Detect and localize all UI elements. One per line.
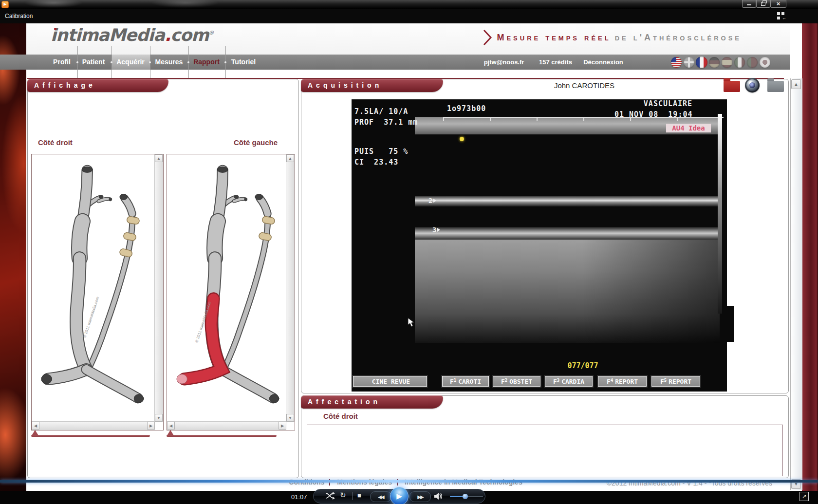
fast-forward-button[interactable]: ▶▶	[409, 491, 431, 502]
exam-id: 1o973b00	[447, 104, 486, 113]
ultrasound-image: 7.5LA/ 10/A PROF 37.1 mm 1o973b00 VASCUL…	[352, 99, 727, 392]
repeat-icon[interactable]: ↻	[340, 491, 346, 500]
patient-name: John CAROTIDES	[463, 81, 706, 90]
camera-lens-icon[interactable]	[745, 78, 760, 93]
marker-3: 3	[432, 226, 440, 234]
nav-item-patient[interactable]: Patient	[82, 55, 105, 70]
carotid-diagram-right-side[interactable]: © 2011 IntimaMedia.com ▲ ▼ ◀ ▶	[31, 154, 164, 430]
flag-pt-icon[interactable]	[747, 57, 758, 68]
depth-readout: PROF 37.1 mm	[354, 118, 418, 127]
application-window: ▶ × Calibration ← intimaMedia.com® Mesur…	[0, 0, 818, 504]
desktop-wallpaper	[0, 23, 26, 491]
f3-cardia-button[interactable]: F3CARDIA	[545, 376, 593, 387]
exam-datetime: 01 NOV 08 19:04	[614, 110, 693, 119]
fullscreen-icon[interactable]: ↗	[799, 492, 809, 501]
tagline: Mesure temps réel de l'Athérosclérose	[483, 29, 742, 46]
volume-thumb[interactable]	[463, 494, 468, 499]
affectation-side-label: Côté droit	[323, 412, 358, 420]
logo-tld: com	[170, 25, 208, 45]
close-button[interactable]: ×	[770, 0, 786, 8]
page-right-band	[802, 23, 818, 491]
affectation-panel-header: Affectation	[301, 395, 443, 409]
diagram-vertical-scrollbar[interactable]: ▲ ▼	[286, 154, 295, 422]
nav-item-profil[interactable]: Profil	[53, 55, 71, 70]
logo-name: intimaMedia	[51, 25, 165, 45]
nav-separator-dot	[76, 61, 78, 63]
flag-it-icon[interactable]	[734, 57, 745, 68]
flag-uk-icon[interactable]	[684, 57, 694, 68]
stop-button[interactable]: ■	[357, 492, 361, 499]
volume-slider[interactable]	[450, 496, 483, 497]
scroll-right-icon[interactable]: ▶	[279, 422, 286, 429]
switch-view-icon[interactable]: ←	[777, 12, 789, 20]
scroll-right-icon[interactable]: ▶	[147, 422, 155, 429]
video-seek-bar[interactable]	[0, 480, 818, 483]
carotid-artery-diagram	[34, 155, 149, 413]
cote-gauche-label: Côté gauche	[234, 138, 278, 147]
logout-link[interactable]: Déconnexion	[583, 55, 623, 70]
cote-droit-label: Côté droit	[38, 138, 73, 147]
scroll-down-icon[interactable]: ▼	[286, 414, 294, 422]
zoom-slider-left-side[interactable]	[167, 435, 277, 437]
nav-item-mesures[interactable]: Mesures	[155, 55, 183, 70]
affectation-notes-field[interactable]	[307, 425, 783, 476]
cine-revue-button[interactable]: CINE REVUE	[353, 376, 427, 387]
diagram-vertical-scrollbar[interactable]: ▲ ▼	[154, 154, 163, 422]
tagline-muted: de l'Athérosclérose	[615, 33, 742, 43]
scroll-left-icon[interactable]: ◀	[32, 422, 39, 429]
tagline-accent: Mesure temps réel	[497, 33, 611, 43]
diagram-horizontal-scrollbar[interactable]: ◀ ▶	[32, 421, 155, 430]
f5-report-button[interactable]: F5REPORT	[651, 376, 700, 387]
marker-triangle-icon	[437, 228, 440, 232]
scroll-left-icon[interactable]: ◀	[167, 422, 175, 429]
play-button[interactable]: ▶	[390, 487, 409, 504]
nav-separator-dot	[224, 61, 226, 63]
page-scroll-up-icon[interactable]: ▲	[791, 79, 801, 89]
gray-folder-icon[interactable]	[767, 81, 784, 92]
logo-dot: .	[165, 25, 170, 45]
nav-item-rapport[interactable]: Rapport	[193, 55, 220, 70]
menu-item-calibration[interactable]: Calibration	[5, 9, 33, 23]
restore-icon	[761, 2, 765, 6]
scroll-up-icon[interactable]: ▲	[155, 154, 163, 162]
nav-item-tutoriel[interactable]: Tutoriel	[231, 55, 256, 70]
echo-adventitia-line	[415, 227, 720, 240]
carotid-artery-diagram-highlighted	[169, 155, 284, 413]
flag-es-icon[interactable]	[722, 57, 732, 68]
grayscale-wedge	[718, 114, 722, 314]
flag-us-icon[interactable]	[671, 57, 682, 68]
rewind-button[interactable]: ◀◀	[370, 491, 391, 502]
f1-caroti-button[interactable]: F1CAROTI	[442, 376, 489, 387]
minimize-button[interactable]	[742, 0, 756, 8]
overlay-tag: AU4 Idea	[666, 124, 711, 132]
flag-jp-icon[interactable]	[760, 57, 770, 68]
close-icon: ×	[777, 0, 781, 7]
scroll-down-icon[interactable]: ▼	[155, 414, 163, 422]
page-scrollbar[interactable]	[790, 78, 802, 490]
flag-fr-icon[interactable]	[696, 56, 707, 68]
zoom-slider-handle[interactable]	[31, 430, 39, 436]
f2-obstet-button[interactable]: F2OBSTET	[493, 376, 540, 387]
mouse-cursor-icon	[408, 317, 415, 327]
volume-icon[interactable]	[434, 492, 443, 500]
menu-bar	[0, 9, 818, 23]
shuffle-icon[interactable]	[325, 492, 335, 500]
flag-de-icon[interactable]	[709, 57, 720, 68]
nav-item-acquerir[interactable]: Acquérir	[116, 55, 145, 70]
credits-count: 157 crédits	[539, 55, 572, 70]
zoom-slider-handle[interactable]	[167, 430, 174, 436]
elapsed-time: 01:07	[291, 493, 307, 501]
power-readout: PUIS 75 %	[354, 147, 408, 156]
restore-button[interactable]	[756, 0, 770, 8]
frame-counter: 077/077	[556, 361, 610, 370]
f4-report-button[interactable]: F4REPORT	[598, 376, 647, 387]
exam-mode: VASCULAIRE	[614, 99, 722, 108]
user-email: pjtw@noos.fr	[484, 55, 524, 70]
app-play-icon[interactable]: ▶	[1, 1, 9, 8]
nav-separator-dot	[149, 61, 151, 63]
zoom-slider-right-side[interactable]	[31, 435, 150, 437]
red-folder-icon[interactable]	[724, 81, 740, 92]
scroll-up-icon[interactable]: ▲	[286, 154, 294, 162]
diagram-horizontal-scrollbar[interactable]: ◀ ▶	[167, 421, 286, 430]
carotid-diagram-left-side[interactable]: © 2011 IntimaMedia.com ▲ ▼ ◀ ▶	[167, 154, 295, 430]
